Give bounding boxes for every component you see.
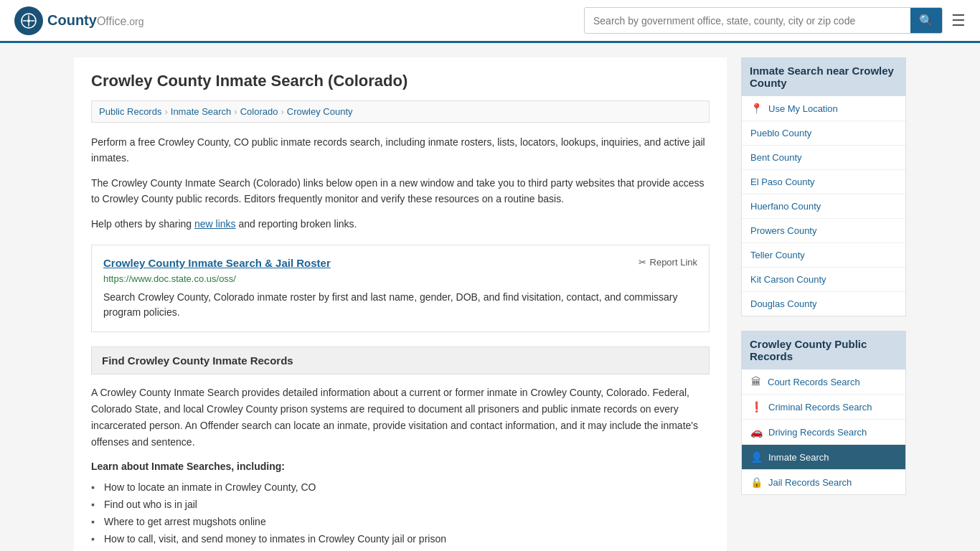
sidebar-item-douglas[interactable]: Douglas County [742,292,905,316]
sidebar-item-elpaso[interactable]: El Paso County [742,170,905,194]
link-card-header: Crowley County Inmate Search & Jail Rost… [103,257,697,269]
sidebar-item-court-records[interactable]: 🏛 Court Records Search [742,369,905,395]
sidebar-item-jail-records[interactable]: 🔒 Jail Records Search [742,470,905,494]
sidebar-public-records-title: Crowley County Public Records [741,331,906,369]
list-item: How to call, visit, and send money to in… [91,531,710,548]
sidebar-item-inmate-search[interactable]: 👤 Inmate Search [742,445,905,470]
list-item: Find out who is in jail [91,496,710,514]
learn-header: Learn about Inmate Searches, including: [91,461,710,472]
find-section-body: A Crowley County Inmate Search provides … [91,385,710,451]
sidebar-public-records-section: Crowley County Public Records 🏛 Court Re… [741,331,906,495]
jail-icon: 🔒 [750,476,763,488]
sidebar-nearby-list: 📍 Use My Location Pueblo County Bent Cou… [741,96,906,316]
sidebar-item-prowers[interactable]: Prowers County [742,219,905,243]
breadcrumb: Public Records › Inmate Search › Colorad… [91,100,710,123]
help-text: Help others by sharing new links and rep… [91,216,710,232]
breadcrumb-public-records[interactable]: Public Records [99,106,161,117]
sidebar-item-bent[interactable]: Bent County [742,146,905,170]
sidebar-public-records-list: 🏛 Court Records Search ❗ Criminal Record… [741,369,906,495]
find-section-header: Find Crowley County Inmate Records [91,347,710,375]
sidebar-item-pueblo[interactable]: Pueblo County [742,121,905,146]
inmate-icon: 👤 [750,451,763,463]
sidebar-item-criminal-records[interactable]: ❗ Criminal Records Search [742,395,905,420]
criminal-icon: ❗ [750,401,763,413]
report-link[interactable]: ✂ Report Link [639,257,697,268]
driving-icon: 🚗 [750,426,763,438]
intro-text-1: Perform a free Crowley County, CO public… [91,134,710,166]
breadcrumb-colorado[interactable]: Colorado [240,106,278,117]
link-card-desc: Search Crowley County, Colorado inmate r… [103,290,697,320]
new-links[interactable]: new links [194,218,236,230]
search-input[interactable] [585,9,910,32]
list-item: How to locate an inmate in Crowley Count… [91,479,710,496]
link-card-url: https://www.doc.state.co.us/oss/ [103,273,697,284]
sidebar: Inmate Search near Crowley County 📍 Use … [741,57,906,551]
intro-text-2: The Crowley County Inmate Search (Colora… [91,175,710,207]
sidebar-nearby-title: Inmate Search near Crowley County [741,57,906,96]
search-bar: 🔍 [584,7,943,34]
sidebar-item-location[interactable]: 📍 Use My Location [742,96,905,121]
sidebar-item-huerfano[interactable]: Huerfano County [742,194,905,219]
site-header: CountyOffice.org 🔍 ☰ [0,0,980,43]
logo-icon [14,6,43,35]
list-item: Where to get arrest mugshots online [91,514,710,531]
page-title: Crowley County Inmate Search (Colorado) [91,72,710,90]
sidebar-item-teller[interactable]: Teller County [742,243,905,268]
page-container: Crowley County Inmate Search (Colorado) … [60,43,920,551]
location-icon: 📍 [750,103,763,114]
svg-point-1 [27,19,30,22]
scissors-icon: ✂ [639,257,646,268]
link-card-title[interactable]: Crowley County Inmate Search & Jail Rost… [103,257,331,269]
logo-text: CountyOffice.org [47,12,144,29]
list-item: When someone will get out of jail or pri… [91,548,710,551]
sidebar-item-kitcarson[interactable]: Kit Carson County [742,268,905,292]
search-button[interactable]: 🔍 [910,8,942,33]
header-right: 🔍 ☰ [584,7,966,34]
main-content: Crowley County Inmate Search (Colorado) … [74,57,727,551]
breadcrumb-inmate-search[interactable]: Inmate Search [171,106,232,117]
bullet-list: How to locate an inmate in Crowley Count… [91,479,710,551]
link-card: Crowley County Inmate Search & Jail Rost… [91,245,710,332]
sidebar-item-driving-records[interactable]: 🚗 Driving Records Search [742,420,905,445]
court-icon: 🏛 [750,376,762,387]
menu-button[interactable]: ☰ [951,11,966,30]
breadcrumb-crowley[interactable]: Crowley County [287,106,353,117]
logo[interactable]: CountyOffice.org [14,6,144,35]
sidebar-nearby-section: Inmate Search near Crowley County 📍 Use … [741,57,906,316]
